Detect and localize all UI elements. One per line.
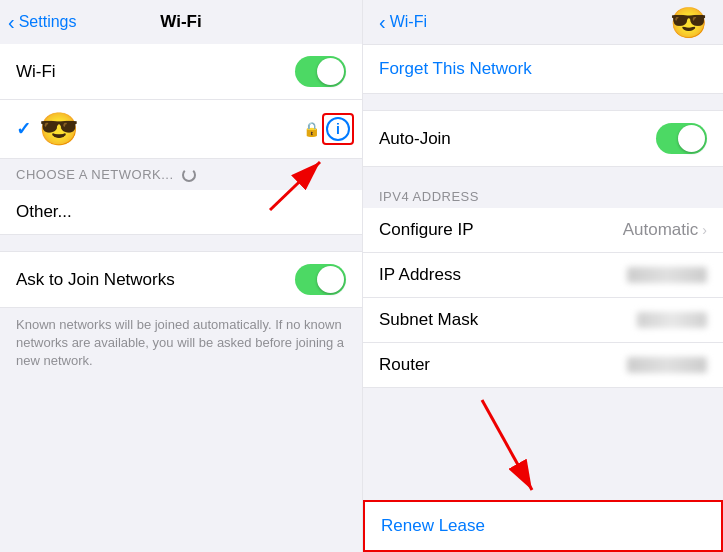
- other-label: Other...: [16, 202, 72, 221]
- forget-network-label: Forget This Network: [379, 59, 532, 78]
- autojoin-row: Auto-Join: [363, 110, 723, 167]
- wifi-back-button[interactable]: ‹ Wi-Fi: [379, 11, 427, 34]
- router-value: [627, 357, 707, 373]
- network-emoji: 😎: [39, 110, 79, 148]
- renew-lease-label: Renew Lease: [381, 516, 485, 535]
- subnet-mask-value: [637, 312, 707, 328]
- subnet-mask-label: Subnet Mask: [379, 310, 478, 330]
- ask-join-label: Ask to Join Networks: [16, 270, 175, 290]
- chevron-left-icon: ‹: [8, 11, 15, 34]
- chevron-right-icon: ›: [702, 222, 707, 238]
- configure-ip-label: Configure IP: [379, 220, 474, 240]
- ask-join-toggle[interactable]: [295, 264, 346, 295]
- subnet-mask-row: Subnet Mask: [363, 298, 723, 343]
- wifi-toggle-row: Wi-Fi: [0, 44, 362, 100]
- wifi-back-label: Wi-Fi: [390, 13, 427, 31]
- info-button-wrapper: i: [326, 117, 350, 141]
- ip-address-row: IP Address: [363, 253, 723, 298]
- ip-address-label: IP Address: [379, 265, 461, 285]
- router-row: Router: [363, 343, 723, 388]
- autojoin-label: Auto-Join: [379, 129, 451, 149]
- wifi-label: Wi-Fi: [16, 62, 56, 82]
- page-title: Wi-Fi: [160, 12, 201, 32]
- ipv4-section-header: IPV4 ADDRESS: [363, 183, 723, 208]
- chevron-left-icon-right: ‹: [379, 11, 386, 34]
- info-btn-highlight-box: [322, 113, 354, 145]
- ask-join-row: Ask to Join Networks: [0, 251, 362, 308]
- settings-back-label: Settings: [19, 13, 77, 31]
- other-network-row[interactable]: Other...: [0, 190, 362, 235]
- loading-spinner: [182, 168, 196, 182]
- network-emoji-header: 😎: [670, 5, 707, 40]
- wifi-toggle[interactable]: [295, 56, 346, 87]
- spacer2: [363, 167, 723, 183]
- router-label: Router: [379, 355, 430, 375]
- ip-address-value: [627, 267, 707, 283]
- choose-network-row: CHOOSE A NETWORK...: [0, 159, 362, 190]
- ask-join-description: Known networks will be joined automatica…: [0, 308, 362, 379]
- spacer1: [363, 94, 723, 110]
- lock-icon: 🔒: [303, 121, 320, 137]
- renew-lease-row[interactable]: Renew Lease: [363, 500, 723, 552]
- network-icons-group: 🔒 i: [303, 117, 350, 141]
- configure-ip-text: Automatic: [623, 220, 699, 240]
- configure-ip-value: Automatic ›: [623, 220, 707, 240]
- checkmark-icon: ✓: [16, 118, 31, 140]
- autojoin-toggle[interactable]: [656, 123, 707, 154]
- left-nav-bar: ‹ Settings Wi-Fi: [0, 0, 362, 44]
- right-nav-bar: ‹ Wi-Fi 😎: [363, 0, 723, 44]
- settings-back-button[interactable]: ‹ Settings: [8, 11, 76, 34]
- spacer3: [363, 388, 723, 500]
- connected-network-row[interactable]: ✓ 😎 🔒 i: [0, 100, 362, 159]
- choose-network-label: CHOOSE A NETWORK...: [16, 167, 174, 182]
- forget-network-row[interactable]: Forget This Network: [363, 44, 723, 94]
- ask-join-section: Ask to Join Networks Known networks will…: [0, 251, 362, 379]
- configure-ip-row[interactable]: Configure IP Automatic ›: [363, 208, 723, 253]
